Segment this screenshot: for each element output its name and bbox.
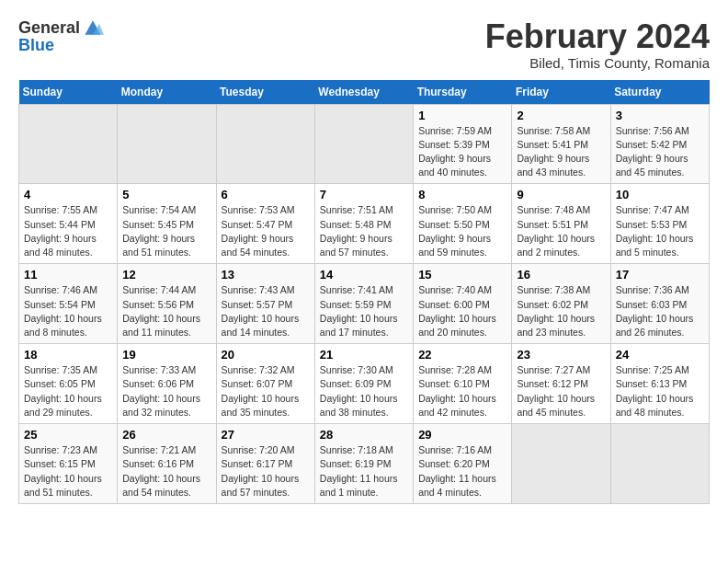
day-cell: 17Sunrise: 7:36 AMSunset: 6:03 PMDayligh… bbox=[610, 264, 709, 344]
day-number: 8 bbox=[418, 188, 506, 201]
day-info: Sunrise: 7:23 AMSunset: 6:15 PMDaylight:… bbox=[24, 443, 112, 500]
day-cell bbox=[512, 424, 610, 504]
day-cell bbox=[19, 104, 118, 184]
day-number: 20 bbox=[222, 348, 310, 362]
day-cell: 7Sunrise: 7:51 AMSunset: 5:48 PMDaylight… bbox=[314, 184, 413, 264]
day-number: 7 bbox=[320, 188, 408, 201]
month-title: February 2024 bbox=[485, 18, 710, 55]
day-cell: 14Sunrise: 7:41 AMSunset: 5:59 PMDayligh… bbox=[314, 264, 413, 344]
day-cell: 16Sunrise: 7:38 AMSunset: 6:02 PMDayligh… bbox=[512, 264, 610, 344]
day-number: 14 bbox=[320, 268, 408, 282]
day-cell: 15Sunrise: 7:40 AMSunset: 6:00 PMDayligh… bbox=[414, 264, 512, 344]
day-number: 12 bbox=[122, 268, 210, 282]
day-info: Sunrise: 7:43 AMSunset: 5:57 PMDaylight:… bbox=[222, 283, 310, 339]
day-cell: 20Sunrise: 7:32 AMSunset: 6:07 PMDayligh… bbox=[216, 344, 314, 424]
day-cell: 5Sunrise: 7:54 AMSunset: 5:45 PMDaylight… bbox=[118, 184, 216, 264]
day-cell: 29Sunrise: 7:16 AMSunset: 6:20 PMDayligh… bbox=[414, 424, 512, 504]
day-info: Sunrise: 7:27 AMSunset: 6:12 PMDaylight:… bbox=[517, 363, 605, 419]
day-cell: 9Sunrise: 7:48 AMSunset: 5:51 PMDaylight… bbox=[512, 184, 610, 264]
day-cell: 28Sunrise: 7:18 AMSunset: 6:19 PMDayligh… bbox=[314, 424, 413, 504]
day-info: Sunrise: 7:58 AMSunset: 5:41 PMDaylight:… bbox=[517, 124, 605, 180]
day-info: Sunrise: 7:55 AMSunset: 5:44 PMDaylight:… bbox=[24, 203, 112, 259]
day-cell: 24Sunrise: 7:25 AMSunset: 6:13 PMDayligh… bbox=[610, 344, 709, 424]
day-cell: 19Sunrise: 7:33 AMSunset: 6:06 PMDayligh… bbox=[118, 344, 216, 424]
day-info: Sunrise: 7:33 AMSunset: 6:06 PMDaylight:… bbox=[122, 363, 210, 419]
day-cell: 27Sunrise: 7:20 AMSunset: 6:17 PMDayligh… bbox=[216, 424, 314, 504]
day-number: 22 bbox=[418, 348, 506, 362]
week-row-2: 4Sunrise: 7:55 AMSunset: 5:44 PMDaylight… bbox=[19, 184, 710, 264]
day-info: Sunrise: 7:21 AMSunset: 6:16 PMDaylight:… bbox=[122, 443, 210, 500]
day-cell bbox=[314, 104, 413, 184]
day-info: Sunrise: 7:25 AMSunset: 6:13 PMDaylight:… bbox=[616, 363, 704, 419]
day-number: 1 bbox=[418, 109, 506, 122]
day-info: Sunrise: 7:53 AMSunset: 5:47 PMDaylight:… bbox=[222, 203, 310, 259]
day-info: Sunrise: 7:38 AMSunset: 6:02 PMDaylight:… bbox=[517, 283, 605, 339]
day-info: Sunrise: 7:35 AMSunset: 6:05 PMDaylight:… bbox=[24, 363, 112, 419]
day-cell: 3Sunrise: 7:56 AMSunset: 5:42 PMDaylight… bbox=[610, 104, 709, 184]
day-cell: 25Sunrise: 7:23 AMSunset: 6:15 PMDayligh… bbox=[19, 424, 118, 504]
day-number: 27 bbox=[222, 428, 310, 442]
day-info: Sunrise: 7:47 AMSunset: 5:53 PMDaylight:… bbox=[616, 203, 704, 259]
day-cell: 13Sunrise: 7:43 AMSunset: 5:57 PMDayligh… bbox=[216, 264, 314, 344]
col-header-wednesday: Wednesday bbox=[314, 80, 413, 105]
day-number: 13 bbox=[222, 268, 310, 282]
week-row-5: 25Sunrise: 7:23 AMSunset: 6:15 PMDayligh… bbox=[19, 424, 710, 504]
day-cell: 26Sunrise: 7:21 AMSunset: 6:16 PMDayligh… bbox=[118, 424, 216, 504]
day-info: Sunrise: 7:40 AMSunset: 6:00 PMDaylight:… bbox=[418, 283, 506, 339]
day-cell: 11Sunrise: 7:46 AMSunset: 5:54 PMDayligh… bbox=[19, 264, 118, 344]
day-number: 23 bbox=[517, 348, 605, 362]
day-cell bbox=[216, 104, 314, 184]
day-info: Sunrise: 7:50 AMSunset: 5:50 PMDaylight:… bbox=[418, 203, 506, 259]
day-number: 25 bbox=[24, 428, 112, 442]
week-row-1: 1Sunrise: 7:59 AMSunset: 5:39 PMDaylight… bbox=[19, 104, 710, 184]
day-info: Sunrise: 7:20 AMSunset: 6:17 PMDaylight:… bbox=[222, 443, 310, 500]
day-number: 15 bbox=[418, 268, 506, 282]
logo-icon bbox=[82, 18, 104, 37]
day-number: 9 bbox=[517, 188, 605, 201]
day-number: 5 bbox=[122, 188, 210, 201]
location-title: Biled, Timis County, Romania bbox=[485, 55, 710, 71]
day-number: 28 bbox=[320, 428, 408, 442]
day-info: Sunrise: 7:41 AMSunset: 5:59 PMDaylight:… bbox=[320, 283, 408, 339]
day-cell: 18Sunrise: 7:35 AMSunset: 6:05 PMDayligh… bbox=[19, 344, 118, 424]
day-info: Sunrise: 7:54 AMSunset: 5:45 PMDaylight:… bbox=[122, 203, 210, 259]
col-header-saturday: Saturday bbox=[610, 80, 709, 105]
day-cell: 8Sunrise: 7:50 AMSunset: 5:50 PMDaylight… bbox=[414, 184, 512, 264]
col-header-tuesday: Tuesday bbox=[216, 80, 314, 105]
day-info: Sunrise: 7:18 AMSunset: 6:19 PMDaylight:… bbox=[320, 443, 408, 500]
day-number: 2 bbox=[517, 109, 605, 122]
day-cell: 10Sunrise: 7:47 AMSunset: 5:53 PMDayligh… bbox=[610, 184, 709, 264]
day-number: 17 bbox=[616, 268, 704, 282]
day-cell bbox=[118, 104, 216, 184]
day-info: Sunrise: 7:48 AMSunset: 5:51 PMDaylight:… bbox=[517, 203, 605, 259]
logo-general: General bbox=[18, 19, 80, 36]
day-cell: 23Sunrise: 7:27 AMSunset: 6:12 PMDayligh… bbox=[512, 344, 610, 424]
day-number: 18 bbox=[24, 348, 112, 362]
day-cell: 12Sunrise: 7:44 AMSunset: 5:56 PMDayligh… bbox=[118, 264, 216, 344]
col-header-friday: Friday bbox=[512, 80, 610, 105]
day-cell: 2Sunrise: 7:58 AMSunset: 5:41 PMDaylight… bbox=[512, 104, 610, 184]
day-info: Sunrise: 7:16 AMSunset: 6:20 PMDaylight:… bbox=[418, 443, 506, 500]
day-cell: 22Sunrise: 7:28 AMSunset: 6:10 PMDayligh… bbox=[414, 344, 512, 424]
day-cell: 1Sunrise: 7:59 AMSunset: 5:39 PMDaylight… bbox=[414, 104, 512, 184]
title-section: February 2024 Biled, Timis County, Roman… bbox=[485, 18, 710, 71]
day-info: Sunrise: 7:56 AMSunset: 5:42 PMDaylight:… bbox=[616, 124, 704, 180]
calendar-table: SundayMondayTuesdayWednesdayThursdayFrid… bbox=[18, 80, 710, 504]
day-info: Sunrise: 7:36 AMSunset: 6:03 PMDaylight:… bbox=[616, 283, 704, 339]
week-row-4: 18Sunrise: 7:35 AMSunset: 6:05 PMDayligh… bbox=[19, 344, 710, 424]
day-number: 3 bbox=[616, 109, 704, 122]
day-number: 11 bbox=[24, 268, 112, 282]
day-number: 6 bbox=[222, 188, 310, 201]
day-cell: 4Sunrise: 7:55 AMSunset: 5:44 PMDaylight… bbox=[19, 184, 118, 264]
day-info: Sunrise: 7:59 AMSunset: 5:39 PMDaylight:… bbox=[418, 124, 506, 180]
day-number: 29 bbox=[418, 428, 506, 442]
logo: General Blue bbox=[18, 18, 104, 53]
day-number: 26 bbox=[122, 428, 210, 442]
day-number: 4 bbox=[24, 188, 112, 201]
day-info: Sunrise: 7:32 AMSunset: 6:07 PMDaylight:… bbox=[222, 363, 310, 419]
col-header-sunday: Sunday bbox=[19, 80, 118, 105]
col-header-thursday: Thursday bbox=[414, 80, 512, 105]
day-info: Sunrise: 7:44 AMSunset: 5:56 PMDaylight:… bbox=[122, 283, 210, 339]
day-cell: 6Sunrise: 7:53 AMSunset: 5:47 PMDaylight… bbox=[216, 184, 314, 264]
header-row: SundayMondayTuesdayWednesdayThursdayFrid… bbox=[19, 80, 710, 105]
